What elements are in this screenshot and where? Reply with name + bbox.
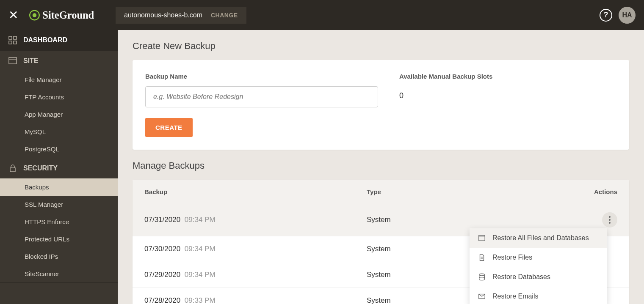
create-backup-panel: Backup Name Available Manual Backup Slot… [133,60,629,150]
backup-type: System [367,216,602,224]
backup-time: 09:34 PM [185,271,216,279]
backup-date: 07/31/2020 [144,216,180,224]
mail-icon [478,293,486,300]
dropdown-label: Restore Databases [492,273,550,281]
table-row: 07/31/2020 09:34 PM System Restore All F… [133,204,629,236]
lock-icon [8,164,17,173]
main-content: Create New Backup Backup Name Available … [118,30,644,304]
dropdown-item-restore-files[interactable]: Restore Files [470,248,607,267]
backups-table: Backup Type Actions 07/31/2020 09:34 PM … [133,180,629,304]
dropdown-item-restore-emails[interactable]: Restore Emails [470,287,607,304]
sidebar-item-protected-urls[interactable]: Protected URLs [0,230,118,248]
svg-rect-4 [14,36,17,39]
svg-rect-5 [9,41,12,44]
window-icon [478,234,486,242]
sidebar-security-header[interactable]: SECURITY [0,158,118,178]
col-header-type: Type [367,188,567,195]
sidebar-item-backups[interactable]: Backups [0,178,118,196]
backup-time: 09:34 PM [185,245,216,253]
help-icon[interactable]: ? [600,9,612,22]
sidebar-item-file-manager[interactable]: File Manager [0,71,118,88]
domain-name: autonomous-shoes-b.com [124,11,202,19]
actions-dropdown: Restore All Files and Databases Restore … [470,228,607,304]
row-actions-button[interactable] [602,212,617,227]
sidebar-security-label: SECURITY [23,164,58,172]
sidebar-dashboard-label: DASHBOARD [23,36,67,44]
create-backup-title: Create New Backup [133,41,629,52]
sidebar-item-ssl-manager[interactable]: SSL Manager [0,196,118,213]
dropdown-label: Restore Files [492,254,532,261]
svg-point-1 [33,13,36,17]
sidebar-site-label: SITE [23,57,39,65]
dropdown-item-restore-all[interactable]: Restore All Files and Databases [470,228,607,248]
close-icon[interactable]: ✕ [8,8,18,22]
svg-text:SiteGround: SiteGround [42,9,94,20]
sidebar-dashboard[interactable]: DASHBOARD [0,30,118,50]
backup-date: 07/28/2020 [144,296,180,304]
table-header-row: Backup Type Actions [133,180,629,204]
create-button[interactable]: CREATE [145,118,193,137]
slots-label: Available Manual Backup Slots [399,73,492,80]
col-header-actions: Actions [567,188,617,195]
sidebar: DASHBOARD SITE File Manager FTP Accounts… [0,30,118,304]
sidebar-site-header[interactable]: SITE [0,51,118,71]
dropdown-label: Restore All Files and Databases [492,234,589,242]
backup-name-label: Backup Name [145,73,378,80]
backup-time: 09:33 PM [185,296,216,304]
dropdown-label: Restore Emails [492,293,538,300]
col-header-backup: Backup [144,188,367,195]
backup-name-input[interactable] [145,86,378,107]
sidebar-item-ftp-accounts[interactable]: FTP Accounts [0,88,118,106]
sidebar-item-blocked-ips[interactable]: Blocked IPs [0,248,118,265]
slots-value: 0 [399,86,492,100]
svg-rect-6 [14,41,17,44]
file-icon [478,254,486,261]
change-button[interactable]: CHANGE [211,12,238,19]
sidebar-item-mysql[interactable]: MySQL [0,123,118,140]
avatar[interactable]: HA [619,7,636,24]
svg-point-14 [479,274,485,276]
svg-rect-7 [9,58,17,64]
logo[interactable]: SiteGround [27,8,103,22]
top-header: ✕ SiteGround autonomous-shoes-b.com CHAN… [0,0,644,30]
database-icon [478,273,486,281]
manage-backups-title: Manage Backups [133,160,629,171]
dashboard-icon [8,36,17,44]
sidebar-item-https-enforce[interactable]: HTTPS Enforce [0,213,118,230]
dropdown-item-restore-databases[interactable]: Restore Databases [470,267,607,287]
svg-rect-3 [9,36,12,39]
backup-time: 09:34 PM [185,216,216,224]
sidebar-item-sitescanner[interactable]: SiteScanner [0,265,118,282]
sidebar-item-app-manager[interactable]: App Manager [0,106,118,123]
svg-rect-9 [10,168,15,172]
svg-rect-10 [479,236,485,241]
domain-selector[interactable]: autonomous-shoes-b.com CHANGE [116,7,246,24]
backup-date: 07/29/2020 [144,271,180,279]
sidebar-item-postgresql[interactable]: PostgreSQL [0,140,118,158]
backup-date: 07/30/2020 [144,245,180,253]
site-icon [8,57,17,65]
